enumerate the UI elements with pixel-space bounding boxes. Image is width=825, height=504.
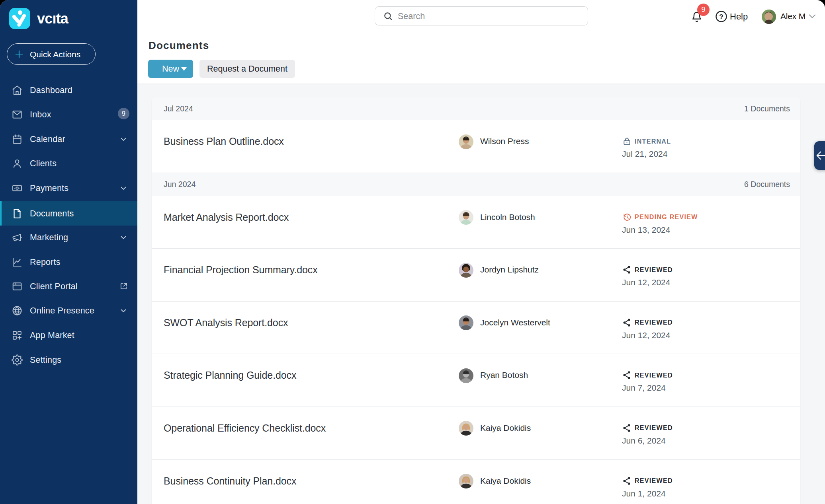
svg-text:?: ? bbox=[719, 13, 723, 21]
